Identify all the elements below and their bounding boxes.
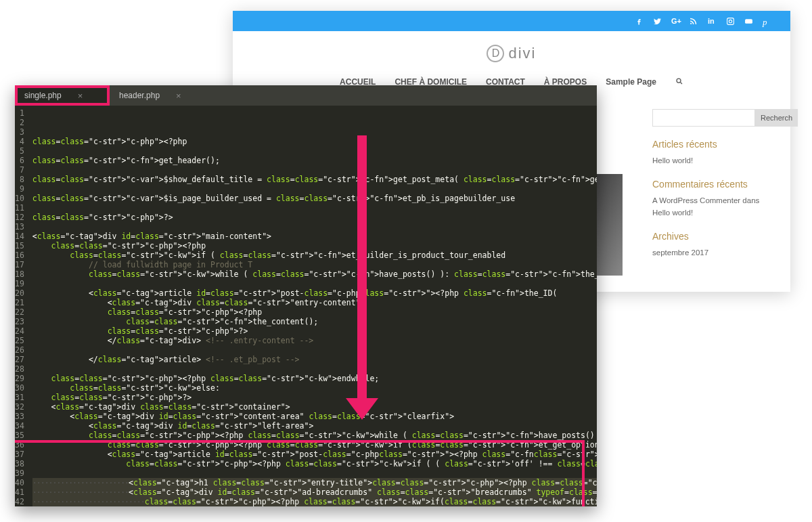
svg-line-4	[680, 83, 682, 85]
search-widget: Recherch	[652, 109, 774, 127]
facebook-icon[interactable]	[635, 17, 644, 26]
widget-body[interactable]: Hello world!	[652, 155, 774, 167]
line-gutter: 1234567891011121314151617181920212223242…	[15, 106, 28, 506]
code-editor: single.php × header.php × 12345678910111…	[15, 85, 597, 506]
svg-rect-2	[745, 19, 752, 24]
svg-point-1	[729, 20, 731, 22]
nav-sample[interactable]: Sample Page	[606, 77, 656, 87]
close-icon[interactable]: ×	[78, 91, 83, 101]
svg-point-3	[677, 79, 681, 83]
sidebar: Recherch Articles récents Hello world! C…	[652, 109, 774, 276]
code-area[interactable]: 1234567891011121314151617181920212223242…	[15, 106, 597, 506]
tab-label: header.php	[119, 91, 160, 100]
widget-recent-posts: Articles récents Hello world!	[652, 139, 774, 167]
tab-header-php[interactable]: header.php ×	[110, 85, 194, 106]
code-content[interactable]: class=class="c-str">"c-php"><?phpclass=c…	[28, 106, 597, 506]
rss-icon[interactable]	[690, 17, 698, 26]
widget-body[interactable]: septembre 2017	[652, 247, 774, 259]
logo-text: divi	[508, 45, 536, 62]
search-input[interactable]	[652, 109, 755, 127]
widget-title: Commentaires récents	[652, 179, 774, 190]
widget-archives: Archives septembre 2017	[652, 231, 774, 259]
tab-label: single.php	[24, 91, 62, 100]
tab-bar: single.php × header.php ×	[15, 85, 597, 106]
google-plus-icon[interactable]: G+	[671, 17, 680, 26]
search-icon[interactable]	[675, 77, 683, 87]
logo-icon: D	[487, 45, 504, 62]
site-logo[interactable]: D divi	[233, 31, 790, 69]
linkedin-icon[interactable]: in	[708, 17, 717, 26]
widget-title: Archives	[652, 231, 774, 242]
close-icon[interactable]: ×	[176, 91, 181, 101]
social-topbar: G+ in p	[233, 11, 790, 31]
pinterest-icon[interactable]: p	[763, 17, 771, 26]
instagram-icon[interactable]	[726, 17, 735, 26]
widget-title: Articles récents	[652, 139, 774, 150]
twitter-icon[interactable]	[653, 17, 662, 26]
tab-single-php[interactable]: single.php ×	[15, 85, 110, 106]
search-button[interactable]: Recherch	[755, 109, 798, 127]
svg-rect-0	[727, 18, 734, 24]
widget-recent-comments: Commentaires récents A WordPress Comment…	[652, 179, 774, 219]
youtube-icon[interactable]	[744, 17, 753, 26]
widget-body[interactable]: A WordPress Commenter dans Hello world!	[652, 195, 774, 219]
